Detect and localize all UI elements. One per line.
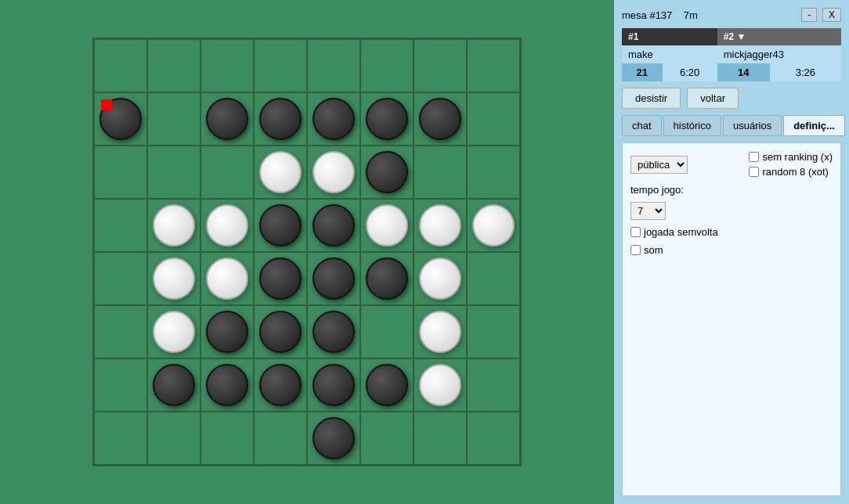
cell-0-7[interactable]	[467, 39, 520, 92]
cell-7-3[interactable]	[254, 412, 307, 465]
cell-5-2[interactable]	[201, 305, 254, 358]
cell-1-4[interactable]	[307, 92, 360, 146]
cell-0-0[interactable]	[94, 39, 147, 92]
cell-5-6[interactable]	[414, 305, 467, 358]
cell-7-7[interactable]	[467, 412, 520, 465]
cell-7-4[interactable]	[307, 412, 360, 465]
cell-4-0[interactable]	[94, 252, 147, 305]
cell-7-6[interactable]	[414, 412, 467, 465]
cell-0-2[interactable]	[201, 39, 254, 92]
cell-7-5[interactable]	[360, 412, 414, 465]
cell-1-7[interactable]	[467, 92, 520, 146]
cell-1-1[interactable]	[147, 92, 201, 146]
cell-0-3[interactable]	[254, 39, 307, 92]
visibility-select[interactable]: pública privada	[630, 156, 688, 174]
cell-6-2[interactable]	[201, 358, 254, 412]
cell-0-4[interactable]	[307, 39, 360, 92]
tempo-select[interactable]: 5 7 10 15 20	[630, 202, 666, 220]
som-checkbox[interactable]	[630, 245, 641, 255]
cell-5-5[interactable]	[360, 305, 414, 358]
random8-label[interactable]: random 8 (xot)	[749, 166, 833, 178]
cell-4-6[interactable]	[414, 252, 467, 305]
jogada-semvolta-label[interactable]: jogada semvolta	[630, 226, 718, 238]
voltar-button[interactable]: voltar	[687, 88, 739, 109]
cell-2-5[interactable]	[360, 146, 414, 199]
sem-ranking-label[interactable]: sem ranking (x)	[749, 151, 833, 163]
cell-2-6[interactable]	[414, 146, 467, 199]
cell-6-7[interactable]	[467, 358, 520, 412]
cell-2-1[interactable]	[147, 146, 201, 199]
piece-black-6-4	[313, 364, 355, 406]
cell-1-3[interactable]	[254, 92, 307, 146]
piece-white-3-2	[206, 204, 248, 247]
tab-usuarios[interactable]: usuários	[723, 115, 782, 136]
cell-7-2[interactable]	[201, 412, 254, 465]
piece-black-4-5	[366, 257, 408, 300]
cell-4-4[interactable]	[307, 252, 360, 305]
tab-historico[interactable]: histórico	[663, 115, 721, 136]
cell-0-1[interactable]	[147, 39, 201, 92]
cell-4-1[interactable]	[147, 252, 201, 305]
red-marker	[101, 99, 112, 110]
cell-4-5[interactable]	[360, 252, 414, 305]
cell-3-5[interactable]	[360, 199, 414, 252]
piece-black-1-6	[419, 98, 461, 140]
mesa-id: mesa #137	[622, 9, 672, 21]
cell-1-2[interactable]	[201, 92, 254, 146]
cell-6-4[interactable]	[307, 358, 360, 412]
som-row: som	[630, 244, 833, 256]
cell-1-6[interactable]	[414, 92, 467, 146]
cell-2-2[interactable]	[201, 146, 254, 199]
close-button[interactable]: X	[822, 8, 841, 22]
cell-7-1[interactable]	[147, 412, 201, 465]
cell-6-3[interactable]	[254, 358, 307, 412]
board[interactable]	[92, 38, 522, 466]
cell-4-7[interactable]	[467, 252, 520, 305]
cell-3-7[interactable]	[467, 199, 520, 252]
desistir-button[interactable]: desistir	[622, 88, 681, 109]
cell-5-1[interactable]	[147, 305, 201, 358]
jogada-semvolta-checkbox[interactable]	[630, 227, 641, 237]
tab-chat[interactable]: chat	[622, 115, 662, 136]
cell-2-7[interactable]	[467, 146, 520, 199]
cell-5-4[interactable]	[307, 305, 360, 358]
piece-black-4-4	[313, 257, 355, 300]
cell-0-6[interactable]	[414, 39, 467, 92]
piece-white-4-6	[419, 257, 461, 300]
piece-black-5-3	[259, 311, 302, 353]
cell-3-2[interactable]	[201, 199, 254, 252]
som-label[interactable]: som	[630, 244, 663, 256]
cell-6-0[interactable]	[94, 358, 147, 412]
cell-5-7[interactable]	[467, 305, 520, 358]
cell-6-5[interactable]	[360, 358, 414, 412]
window-controls: - X	[799, 8, 841, 22]
player1-name: make	[622, 45, 717, 63]
cell-2-4[interactable]	[307, 146, 360, 199]
minimize-button[interactable]: -	[801, 8, 817, 22]
piece-white-3-5	[366, 204, 408, 247]
tab-definicao[interactable]: definiç...	[783, 115, 845, 136]
sem-ranking-checkbox[interactable]	[749, 152, 759, 162]
piece-black-5-2	[206, 311, 248, 353]
cell-7-0[interactable]	[94, 412, 147, 465]
cell-3-3[interactable]	[254, 199, 307, 252]
cell-2-0[interactable]	[94, 146, 147, 199]
random8-checkbox[interactable]	[749, 167, 759, 177]
tabs-row: chat histórico usuários definiç...	[622, 115, 841, 136]
cell-3-4[interactable]	[307, 199, 360, 252]
cell-0-5[interactable]	[360, 39, 414, 92]
tempo-row: tempo jogo:	[630, 184, 833, 196]
cell-5-3[interactable]	[254, 305, 307, 358]
cell-3-1[interactable]	[147, 199, 201, 252]
cell-6-6[interactable]	[414, 358, 467, 412]
cell-4-2[interactable]	[201, 252, 254, 305]
piece-white-6-6	[419, 364, 461, 406]
cell-3-6[interactable]	[414, 199, 467, 252]
cell-5-0[interactable]	[94, 305, 147, 358]
cell-3-0[interactable]	[94, 199, 147, 252]
cell-2-3[interactable]	[254, 146, 307, 199]
cell-4-3[interactable]	[254, 252, 307, 305]
cell-1-0[interactable]	[94, 92, 147, 146]
cell-6-1[interactable]	[147, 358, 201, 412]
cell-1-5[interactable]	[360, 92, 414, 146]
